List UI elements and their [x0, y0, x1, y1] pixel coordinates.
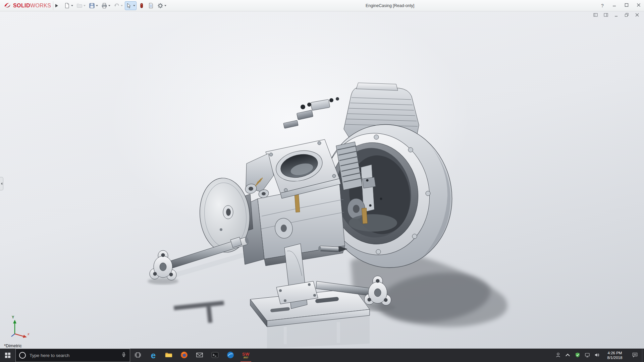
quick-access-toolbar	[63, 1, 168, 10]
chevron-left-icon	[1, 182, 2, 185]
file-explorer-icon	[165, 351, 173, 360]
people-button[interactable]	[553, 349, 563, 362]
brand-text: SOLIDWORKS	[13, 3, 51, 9]
pane-right-icon	[604, 13, 608, 18]
pane-right-button[interactable]	[603, 13, 608, 18]
file-explorer-button[interactable]	[161, 349, 176, 362]
file-properties-icon	[148, 3, 154, 9]
toolbar-expand-arrow[interactable]	[53, 1, 60, 10]
graphics-viewport[interactable]: Y x *Dimetric	[0, 11, 644, 349]
dropdown-caret-icon	[108, 5, 110, 6]
y-axis-label: Y	[12, 315, 14, 319]
defender-button[interactable]	[573, 349, 582, 362]
display-icon	[585, 352, 590, 359]
engine-casing-model	[0, 11, 644, 349]
clock-date: 8/1/2018	[607, 355, 623, 360]
task-view-button[interactable]	[130, 349, 146, 362]
new-document-icon	[64, 3, 70, 9]
show-desktop-button[interactable]	[642, 349, 644, 362]
doc-restore-icon	[625, 13, 629, 18]
firefox-icon	[180, 351, 188, 360]
dropdown-caret-icon	[84, 5, 86, 6]
intake-parts	[283, 97, 339, 128]
microphone-icon	[121, 352, 126, 359]
solidworks-2017-button[interactable]: SW 2017	[238, 349, 254, 362]
defender-shield-icon	[575, 352, 580, 359]
undo-arrow-icon	[114, 3, 120, 9]
app-titlebar: SOLIDWORKS	[0, 0, 644, 11]
help-icon: ?	[601, 3, 604, 8]
options-button[interactable]	[156, 1, 168, 10]
view-orientation-label: *Dimetric	[4, 343, 22, 348]
document-window-controls	[593, 13, 639, 18]
document-title: EngineCasing [Read-only]	[366, 0, 414, 11]
print-button[interactable]	[100, 1, 112, 10]
maximize-button[interactable]	[624, 3, 629, 8]
open-folder-icon	[76, 3, 83, 9]
mail-icon	[196, 351, 204, 360]
blue-app-button[interactable]	[223, 349, 238, 362]
clock-time: 4:26 PM	[608, 351, 622, 355]
edge-icon: e	[151, 351, 156, 360]
display-button[interactable]	[582, 349, 592, 362]
dropdown-caret-icon	[133, 5, 135, 6]
triad-axes-icon	[7, 317, 32, 339]
dropdown-caret-icon	[71, 5, 73, 6]
dropdown-caret-icon	[121, 5, 123, 6]
action-center-button[interactable]	[628, 349, 642, 362]
dropdown-caret-icon	[164, 5, 166, 6]
open-button[interactable]	[75, 1, 87, 10]
doc-close-icon	[635, 13, 639, 18]
save-button[interactable]	[88, 1, 99, 10]
file-properties-button[interactable]	[147, 1, 155, 10]
solidworks-logo: SOLIDWORKS	[0, 2, 53, 9]
red-capsule-icon	[139, 3, 145, 9]
maximize-icon	[625, 3, 629, 8]
system-tray: 4:26 PM 8/1/2018	[553, 349, 644, 362]
doc-minimize-icon	[614, 13, 619, 18]
doc-minimize-button[interactable]	[614, 13, 619, 18]
command-prompt-button[interactable]	[207, 349, 223, 362]
command-prompt-icon	[211, 351, 219, 360]
windows-taskbar: e SW 2017 4:26 PM 8/	[0, 349, 644, 362]
edge-button[interactable]: e	[146, 349, 161, 362]
save-floppy-icon	[89, 3, 95, 9]
mail-button[interactable]	[192, 349, 207, 362]
doc-close-button[interactable]	[635, 13, 639, 18]
doc-restore-button[interactable]	[624, 13, 629, 18]
taskbar-clock[interactable]: 4:26 PM 8/1/2018	[602, 349, 628, 362]
options-gear-icon	[157, 3, 163, 9]
volume-button[interactable]	[592, 349, 602, 362]
help-button[interactable]: ?	[600, 3, 605, 8]
cortana-icon	[19, 352, 26, 359]
orientation-triad: Y x	[7, 317, 32, 339]
dassault-systemes-logo-icon	[3, 2, 11, 9]
tray-overflow-button[interactable]	[563, 349, 573, 362]
right-triangle-icon	[55, 4, 58, 7]
chevron-up-icon	[566, 354, 570, 358]
firefox-button[interactable]	[176, 349, 192, 362]
red-tool-button[interactable]	[137, 1, 146, 10]
search-input[interactable]	[29, 353, 118, 358]
pane-left-icon	[593, 13, 598, 18]
new-document-button[interactable]	[63, 1, 74, 10]
undo-button[interactable]	[112, 1, 124, 10]
blue-circle-app-icon	[226, 351, 234, 360]
solidworks-2017-icon: SW 2017	[242, 352, 250, 359]
volume-icon	[594, 352, 600, 359]
close-button[interactable]	[636, 3, 641, 8]
dropdown-caret-icon	[96, 5, 98, 6]
people-icon	[555, 352, 561, 359]
window-controls: ?	[600, 0, 641, 11]
start-button[interactable]	[0, 349, 15, 362]
panel-collapse-tab[interactable]	[0, 177, 3, 190]
minimize-button[interactable]	[612, 3, 617, 8]
select-cursor-icon	[126, 3, 132, 9]
select-tool-button[interactable]	[125, 1, 137, 10]
pane-left-button[interactable]	[593, 13, 598, 18]
taskbar-search[interactable]	[15, 349, 130, 362]
minimize-icon	[612, 3, 616, 8]
task-view-icon	[134, 351, 142, 360]
action-center-icon	[632, 352, 638, 359]
print-icon	[101, 3, 107, 9]
